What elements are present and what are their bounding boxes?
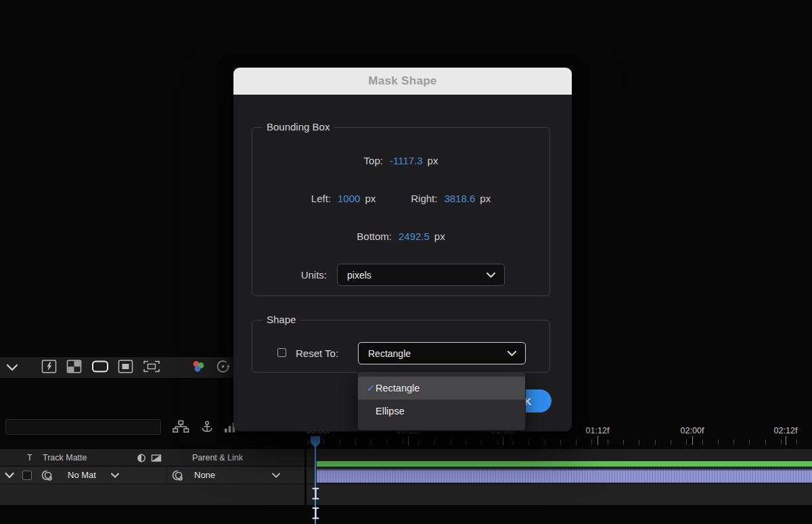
bounding-box-legend: Bounding Box xyxy=(262,121,334,133)
shape-dropdown-menu: ✓ Rectangle Ellipse xyxy=(357,371,526,431)
column-divider xyxy=(166,467,167,484)
region-of-interest-icon[interactable] xyxy=(143,359,160,377)
column-t-label: T xyxy=(27,453,32,462)
parent-pick-whip-icon[interactable] xyxy=(171,469,183,481)
menu-item-label: Rectangle xyxy=(376,383,420,394)
ruler-major-tick xyxy=(597,436,598,445)
chevron-down-icon xyxy=(486,272,496,279)
top-row: Top: -1117.3 px xyxy=(252,155,549,166)
top-value[interactable]: -1117.3 xyxy=(390,155,423,166)
left-label: Left: xyxy=(311,193,331,204)
unit-label: px xyxy=(434,231,445,242)
timeline-lower-band xyxy=(0,484,812,506)
after-effects-screen: 00:00f 00:12f 01:00f 01:12f 02:00f 02:12… xyxy=(0,0,812,524)
preserve-transparency-icon[interactable] xyxy=(151,453,162,463)
unit-label: px xyxy=(480,193,491,204)
units-label: Units: xyxy=(252,269,327,281)
solid-frame-icon[interactable] xyxy=(118,359,134,377)
menu-item-ellipse[interactable]: Ellipse xyxy=(358,400,525,423)
ruler-label: 02:12f xyxy=(774,426,798,435)
panel-split-divider xyxy=(304,446,307,524)
live-update-icon[interactable] xyxy=(41,359,58,377)
top-label: Top: xyxy=(364,155,383,166)
bottom-value[interactable]: 2492.5 xyxy=(399,231,430,242)
reset-to-select[interactable]: Rectangle xyxy=(358,342,526,364)
lavender-layer-bar[interactable] xyxy=(317,469,812,483)
parent-select-value[interactable]: None xyxy=(194,470,215,480)
units-select-value: pixels xyxy=(347,270,371,281)
green-layer-bar[interactable] xyxy=(317,461,812,467)
left-right-row: Left: 1000 px Right: 3818.6 px xyxy=(252,193,549,204)
mask-visibility-icon[interactable] xyxy=(91,359,109,377)
shape-legend: Shape xyxy=(262,314,300,325)
menu-item-label: Ellipse xyxy=(376,406,405,416)
column-parent-link-label: Parent & Link xyxy=(192,453,243,462)
track-matte-select-value[interactable]: No Mat xyxy=(68,470,96,480)
timeline-footer-field[interactable] xyxy=(5,419,161,435)
transparency-grid-icon[interactable] xyxy=(66,359,83,377)
reset-to-label: Reset To: xyxy=(296,348,338,359)
channels-icon[interactable] xyxy=(190,359,206,377)
ruler-label: 01:12f xyxy=(586,426,610,435)
checkmark-icon: ✓ xyxy=(358,382,376,394)
reset-to-checkbox[interactable] xyxy=(277,348,286,357)
playhead-ibeam-marker xyxy=(311,507,320,519)
unit-label: px xyxy=(365,193,376,204)
bounding-box-group: Bounding Box Top: -1117.3 px Left: 1000 … xyxy=(252,127,550,296)
column-track-matte-label: Track Matte xyxy=(43,453,87,462)
ruler-minor-ticks xyxy=(308,439,812,445)
panel-menu-chevron-icon[interactable] xyxy=(5,363,20,373)
dialog-body: Bounding Box Top: -1117.3 px Left: 1000 … xyxy=(233,95,572,431)
shape-group: Shape Reset To: Rectangle xyxy=(252,320,550,373)
playhead-ibeam-marker xyxy=(311,487,320,500)
right-label: Right: xyxy=(411,193,437,204)
chevron-down-icon xyxy=(507,350,517,357)
bottom-label: Bottom: xyxy=(357,231,392,242)
ruler-major-tick xyxy=(692,436,693,445)
units-select[interactable]: pixels xyxy=(337,264,505,286)
left-value[interactable]: 1000 xyxy=(338,193,360,204)
ruler-major-tick xyxy=(503,436,503,445)
menu-item-rectangle[interactable]: ✓ Rectangle xyxy=(358,377,525,400)
exposure-swirl-icon[interactable] xyxy=(215,359,231,377)
ruler-major-tick xyxy=(408,436,409,445)
bottom-row: Bottom: 2492.5 px xyxy=(252,231,549,242)
ruler-major-tick xyxy=(786,436,786,445)
right-value[interactable]: 3818.6 xyxy=(444,193,475,204)
track-matte-chevron-icon[interactable] xyxy=(110,473,120,479)
matte-toggle-icon[interactable] xyxy=(136,453,147,463)
mask-shape-dialog: Mask Shape Bounding Box Top: -1117.3 px … xyxy=(233,68,572,431)
render-graph-icon[interactable] xyxy=(172,420,189,434)
parent-chevron-icon[interactable] xyxy=(271,473,281,479)
unit-label: px xyxy=(428,155,438,166)
pick-whip-icon[interactable] xyxy=(41,469,53,481)
layer-checkbox[interactable] xyxy=(22,471,32,480)
ruler-label: 02:00f xyxy=(681,426,704,435)
dialog-title: Mask Shape xyxy=(233,68,572,95)
layer-expand-chevron-icon[interactable] xyxy=(4,472,15,479)
anchor-icon[interactable] xyxy=(200,420,214,434)
reset-to-select-value: Rectangle xyxy=(368,348,411,359)
